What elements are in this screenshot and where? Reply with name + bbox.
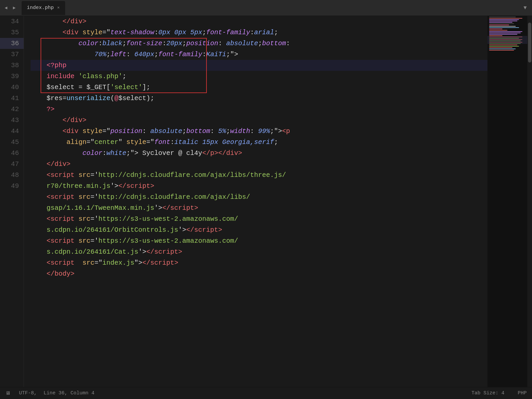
svg-rect-2 (489, 18, 522, 19)
line-numbers: 34 35 36 37 38 39 40 41 42 43 44 45 46 4… (0, 16, 24, 387)
line-number-36: 36 (0, 38, 24, 49)
code-line-47: <script src='https://s3-us-west-2.amazon… (31, 235, 487, 246)
status-language: PHP (518, 390, 527, 396)
line-number-48: 48 (0, 170, 24, 181)
scrollbar-thumb[interactable] (528, 23, 531, 63)
svg-rect-1 (489, 17, 516, 17)
tab-dropdown-icon[interactable]: ▼ (523, 5, 527, 11)
svg-rect-22 (489, 45, 517, 45)
svg-rect-3 (489, 19, 519, 20)
nav-right-arrow[interactable]: ► (11, 4, 17, 12)
svg-rect-6 (489, 23, 514, 24)
line-number-45: 45 (0, 137, 24, 148)
line-number-41: 41 (0, 93, 24, 104)
code-line-42: <div style="position: absolute;bottom: 5… (31, 126, 487, 137)
code-line-40: ?> (31, 104, 487, 115)
nav-left-arrow[interactable]: ◄ (3, 4, 9, 12)
code-line-34: </div> (31, 16, 487, 27)
code-line-42b: align="center" style="font:italic 15px G… (31, 137, 487, 148)
code-line-35b: color:black;font-size:20px;position: abs… (31, 38, 487, 49)
minimap-svg (487, 16, 527, 387)
code-line-44: <script src='http://cdnjs.cloudflare.com… (31, 170, 487, 181)
svg-rect-24 (489, 47, 512, 48)
code-line-36: <?php (31, 60, 487, 71)
scrollbar[interactable] (527, 16, 532, 387)
code-line-38: $select = $_GET['select']; (31, 82, 487, 93)
svg-rect-15 (489, 35, 502, 36)
file-tab[interactable]: index.php × (22, 1, 65, 15)
svg-rect-25 (489, 49, 516, 49)
code-line-46: <script src='https://s3-us-west-2.amazon… (31, 213, 487, 224)
code-line-45: <script src='http://cdnjs.cloudflare.com… (31, 192, 487, 202)
code-line-48: <script src="index.js"></script> (31, 257, 487, 268)
svg-rect-13 (489, 33, 521, 33)
monitor-icon: 🖥 (5, 390, 10, 396)
code-line-47b: s.cdpn.io/264161/Cat.js'></script> (31, 246, 487, 257)
svg-rect-14 (489, 34, 517, 35)
line-number-43: 43 (0, 115, 24, 126)
code-line-43: </div> (31, 159, 487, 170)
status-tab-size: Tab Size: 4 (471, 390, 504, 396)
code-line-37: include 'class.php'; (31, 71, 487, 82)
svg-rect-12 (489, 31, 522, 32)
svg-rect-8 (489, 26, 516, 27)
code-line-46b: s.cdpn.io/264161/OrbitControls.js'></scr… (31, 224, 487, 235)
line-number-46: 46 (0, 148, 24, 159)
svg-rect-5 (489, 22, 512, 23)
code-line-42c: color:white;"> Syclover @ cl4y</p></div> (31, 148, 487, 159)
status-bar: 🖥 UTF-8, Line 36, Column 4 Tab Size: 4 P… (0, 387, 532, 399)
nav-arrows: ◄ ► (3, 4, 18, 12)
svg-rect-11 (489, 30, 507, 31)
status-position: Line 36, Column 4 (44, 390, 94, 396)
line-number-38: 38 (0, 60, 24, 71)
svg-rect-27 (487, 36, 527, 44)
line-number-44: 44 (0, 126, 24, 137)
status-right: Tab Size: 4 PHP (471, 390, 527, 396)
line-number-39: 39 (0, 71, 24, 82)
code-line-39: $res=unserialize(@$select); (31, 93, 487, 104)
tab-filename: index.php (27, 5, 54, 11)
code-line-41: </div> (31, 115, 487, 126)
line-number-37: 37 (0, 49, 24, 60)
svg-rect-9 (489, 27, 519, 28)
tab-bar: ◄ ► index.php × ▼ (0, 0, 532, 16)
code-line-45b: gsap/1.16.1/TweenMax.min.js'></script> (31, 202, 487, 213)
svg-rect-4 (489, 21, 517, 21)
code-line-44b: r70/three.min.js'></script> (31, 181, 487, 192)
minimap (487, 16, 527, 387)
status-encoding: UTF-8, (19, 390, 37, 396)
tab-close-button[interactable]: × (57, 5, 60, 10)
editor-container: 34 35 36 37 38 39 40 41 42 43 44 45 46 4… (0, 16, 532, 387)
line-number-40: 40 (0, 82, 24, 93)
svg-rect-10 (489, 29, 502, 29)
line-number-35: 35 (0, 27, 24, 38)
svg-rect-23 (489, 46, 519, 47)
line-number-34: 34 (0, 16, 24, 27)
svg-rect-0 (487, 16, 527, 387)
line-number-49: 49 (0, 181, 24, 192)
svg-rect-7 (489, 25, 509, 25)
line-number-42: 42 (0, 104, 24, 115)
code-line-35: <div style="text-shadow:0px 0px 5px;font… (31, 27, 487, 38)
svg-rect-26 (489, 50, 514, 51)
code-area[interactable]: </div> <div style="text-shadow:0px 0px 5… (24, 16, 487, 387)
code-line-49: </body> (31, 268, 487, 279)
code-line-35c: 70%;left: 640px;font-family:KaiTi;"> (31, 49, 487, 60)
line-number-47: 47 (0, 159, 24, 170)
